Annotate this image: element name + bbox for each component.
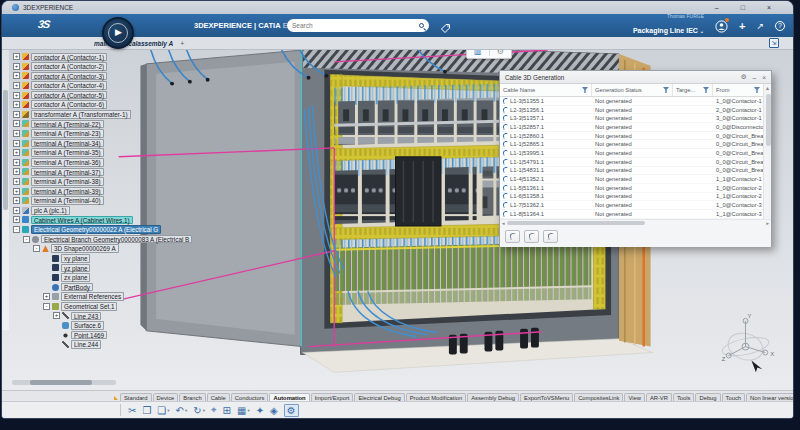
generate-selected-cables-button[interactable] <box>524 230 539 243</box>
expand-viewport-icon[interactable]: ⇲ <box>769 38 779 48</box>
workbench-tab[interactable]: Import/Export <box>311 393 354 401</box>
expand-toggle[interactable]: + <box>13 168 20 175</box>
expand-toggle[interactable]: + <box>13 130 20 137</box>
cable-row[interactable]: L1-1|52860.1 Not generated 0_0@Circuit_B… <box>500 132 763 141</box>
expand-toggle[interactable]: + <box>13 53 20 60</box>
workbench-tab[interactable]: ExportToVSMenu <box>520 393 573 401</box>
search-input[interactable] <box>292 22 419 29</box>
update-icon[interactable]: ✦ <box>256 405 264 416</box>
tree-item[interactable]: Surface.6 <box>11 321 192 331</box>
expand-toggle[interactable]: + <box>13 188 20 195</box>
tree-item[interactable]: + contactor A (Contactor-6) <box>11 100 192 110</box>
redo-icon[interactable]: ↻▾ <box>193 405 205 416</box>
expand-toggle[interactable]: - <box>13 226 20 233</box>
workbench-tab[interactable]: Automation <box>269 393 309 401</box>
add-button[interactable]: + <box>739 20 745 32</box>
column-target[interactable]: Targe... <box>673 84 713 96</box>
cut-icon[interactable]: ✂ <box>128 405 136 416</box>
workbench-tab[interactable]: Electrical Debug <box>354 393 404 401</box>
workbench-tab[interactable]: Device <box>153 393 179 401</box>
undo-icon[interactable]: ↶▾ <box>176 405 188 416</box>
expand-toggle[interactable]: - <box>33 245 40 252</box>
expand-toggle[interactable] <box>43 284 50 291</box>
expand-toggle[interactable]: + <box>13 207 20 214</box>
workbench-tab[interactable]: AR-VR <box>646 393 672 401</box>
tree-item[interactable]: + contactor A (Contactor-1) <box>11 52 192 62</box>
expand-toggle[interactable]: + <box>53 312 60 319</box>
gear-icon[interactable]: ⚙ <box>497 50 504 56</box>
cable-row[interactable]: L1-7|51362.1 Not generated 1_0@Contactor… <box>500 201 763 210</box>
workbench-tab[interactable]: View <box>624 393 644 401</box>
tree-item[interactable]: + terminal A (Terminal-36) <box>11 158 192 168</box>
tree-item[interactable]: + transformater A (Transformater-1) <box>11 110 192 120</box>
cable-row[interactable]: L2-3|51356.1 Not generated 2_0@Contactor… <box>500 106 763 115</box>
expand-toggle[interactable]: + <box>13 178 20 185</box>
workbench-tab[interactable]: Cable <box>207 393 230 401</box>
user-avatar-button[interactable] <box>715 19 728 32</box>
new-tab-button[interactable]: + <box>180 40 184 47</box>
workbench-tab[interactable]: Non linear versioning <box>746 393 793 401</box>
cable-row[interactable]: L1-5|51361.1 Not generated 1_0@Contactor… <box>500 184 763 193</box>
expand-toggle[interactable] <box>43 255 50 262</box>
workbench-tab[interactable]: Standard <box>120 393 152 401</box>
cable-row[interactable]: L1-6|51358.1 Not generated 1_1@Contactor… <box>500 193 763 202</box>
cable-row[interactable]: L1-1|54831.1 Not generated 0_0@Circuit_B… <box>500 167 763 176</box>
expand-toggle[interactable]: + <box>13 82 20 89</box>
expand-toggle[interactable]: + <box>13 197 20 204</box>
minimize-button[interactable]: – <box>715 4 719 11</box>
grid-icon[interactable]: ▦▾ <box>237 405 250 416</box>
tree-item[interactable]: + contactor A (Contactor-2) <box>11 62 192 72</box>
panel-minimize-button[interactable]: – <box>753 74 757 81</box>
column-from[interactable]: From <box>713 84 763 96</box>
workbench-tab[interactable]: Product Modification <box>406 393 467 401</box>
workbench-tab[interactable]: Branch <box>179 393 205 401</box>
workbench-tab[interactable]: Tools <box>673 393 695 401</box>
tree-item[interactable]: + plc A (plc.1) <box>11 206 192 216</box>
tag-icon[interactable] <box>440 20 451 38</box>
workbench-tab[interactable]: Assembly Debug <box>467 393 519 401</box>
table-horizontal-scrollbar[interactable]: ◄► <box>500 219 771 226</box>
workbench-tab[interactable]: Debug <box>695 393 720 401</box>
expand-toggle[interactable] <box>43 274 50 281</box>
tree-item[interactable]: + Line.243 <box>11 311 192 321</box>
tree-item[interactable]: - 3D Shape00000269 A <box>11 244 192 254</box>
panel-titlebar[interactable]: Cable 3D Generation ⚙ – × <box>500 71 771 84</box>
tree-vertical-scrollbar[interactable] <box>2 50 9 330</box>
expand-toggle[interactable]: + <box>13 140 20 147</box>
share-icon[interactable]: ↗ <box>756 21 764 31</box>
expand-toggle[interactable]: - <box>23 236 30 243</box>
expand-toggle[interactable]: + <box>13 72 20 79</box>
tree-item[interactable]: + terminal A (Terminal-23) <box>11 129 192 139</box>
tree-item[interactable]: + contactor A (Contactor-3) <box>11 71 192 81</box>
measure-icon[interactable]: ◈ <box>270 405 278 416</box>
cable-row[interactable]: L1-1|52857.1 Not generated 0_0@Disconnec… <box>500 123 763 132</box>
expand-toggle[interactable]: + <box>13 149 20 156</box>
tree-item[interactable]: + contactor A (Contactor-4) <box>11 81 192 91</box>
settings-icon[interactable]: ⚙ <box>284 404 299 417</box>
3d-viewport[interactable]: Y X Z + contactor A (Contactor-1) <box>2 50 793 390</box>
tree-horizontal-scrollbar[interactable] <box>12 380 116 385</box>
expand-toggle[interactable]: + <box>13 216 20 223</box>
import-table-icon[interactable]: ▥ <box>474 50 482 56</box>
tree-item[interactable]: + terminal A (Terminal-39) <box>11 186 192 196</box>
expand-toggle[interactable] <box>53 322 60 329</box>
column-cable-name[interactable]: Cable Name <box>500 84 592 96</box>
box-select-icon[interactable]: ⊞ <box>223 405 231 416</box>
maximize-button[interactable]: □ <box>741 4 745 11</box>
tree-item[interactable]: + terminal A (Terminal-38) <box>11 177 192 187</box>
tree-item[interactable]: xy plane <box>11 253 192 263</box>
tree-item[interactable]: + terminal A (Terminal-34) <box>11 138 192 148</box>
filter-icon[interactable] <box>703 87 709 93</box>
copy-icon[interactable]: ❐ <box>142 405 151 416</box>
tree-item[interactable]: - Electrical Geometry00000022 A (Electri… <box>11 225 192 235</box>
axis-triad[interactable]: Y X Z <box>721 313 775 364</box>
compass-play-icon[interactable]: ▶ <box>115 27 122 37</box>
filter-icon[interactable] <box>663 87 669 93</box>
3d-compass[interactable]: ▶ <box>102 17 134 49</box>
workbench-tab[interactable]: Touch <box>722 393 745 401</box>
cable-row[interactable]: L1-1|53995.1 Not generated 0_0@Circuit_B… <box>500 149 763 158</box>
tree-item[interactable]: PartBody <box>11 282 192 292</box>
tree-item[interactable]: + External References <box>11 292 192 302</box>
cable-row[interactable]: L3-3|51357.1 Not generated 3_0@Contactor… <box>500 114 763 123</box>
panel-settings-icon[interactable]: ⚙ <box>741 73 747 81</box>
